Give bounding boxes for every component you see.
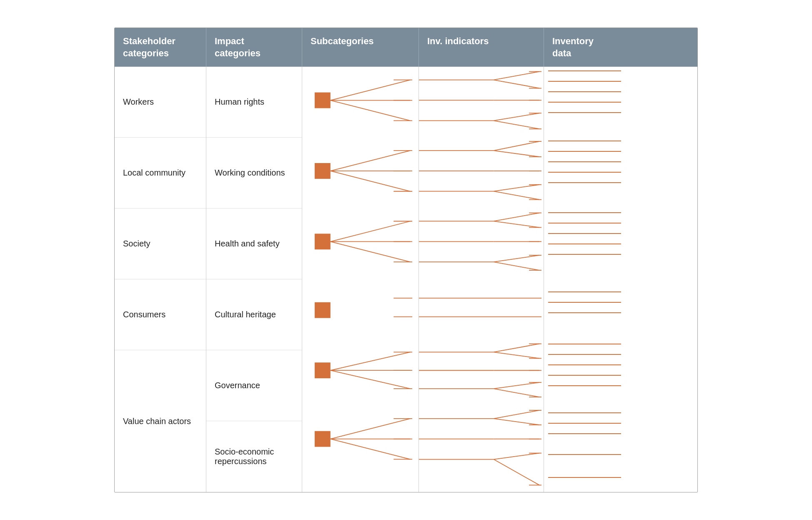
col-impact: Human rights Working conditions Health a… (206, 67, 302, 492)
ind-fan5b (494, 352, 539, 359)
col-stakeholder: Workers Local community Society Consumer… (115, 67, 206, 492)
ind-fan5a (494, 344, 539, 352)
header-indicators: Inv. indicators (419, 28, 544, 67)
subcategories-svg (302, 67, 419, 492)
header-subcategories: Subcategories (302, 28, 419, 67)
sub-rect-3 (315, 234, 331, 249)
sub-line-5c (331, 370, 410, 389)
ind-fan6a (494, 410, 539, 419)
inventory-svg (544, 67, 627, 492)
sub-line-1a (331, 80, 410, 100)
stakeholder-local-community: Local community (115, 138, 206, 209)
impact-health-safety: Health and safety (206, 209, 302, 279)
impact-cultural-heritage: Cultural heritage (206, 279, 302, 350)
table-body: Workers Local community Society Consumer… (115, 67, 697, 492)
stakeholder-society: Society (115, 209, 206, 279)
header-inventory: Inventorydata (544, 28, 627, 67)
sub-rect-1 (315, 93, 331, 108)
sub-line-6c (331, 439, 410, 460)
impact-human-rights: Human rights (206, 67, 302, 138)
ind-fan1e (494, 121, 539, 129)
sub-rect-4 (315, 302, 331, 318)
stakeholder-value-chain: Value chain actors (115, 350, 206, 492)
ind-fan5e (494, 389, 539, 397)
sub-line-2c (331, 171, 410, 191)
impact-working-conditions: Working conditions (206, 138, 302, 209)
sub-rect-5 (315, 362, 331, 378)
ind-fan2a (494, 141, 539, 151)
ind-fan3d (494, 255, 539, 262)
ind-fan2e (494, 191, 539, 200)
ind-fan3a (494, 213, 539, 221)
ind-fan6d (494, 453, 539, 460)
indicators-svg (419, 67, 544, 492)
header-impact: Impactcategories (206, 28, 302, 67)
ind-fan3b (494, 221, 539, 228)
impact-socioeconomic: Socio-economicrepercussions (206, 421, 302, 492)
ind-fan1b (494, 80, 539, 88)
main-table: Stakeholdercategories Impactcategories S… (114, 28, 698, 492)
ind-fan6b (494, 419, 539, 425)
col-inventory (544, 67, 627, 492)
stakeholder-consumers: Consumers (115, 279, 206, 350)
sub-line-3c (331, 241, 410, 262)
sub-line-6a (331, 419, 410, 439)
sub-rect-2 (315, 163, 331, 179)
ind-fan3e (494, 262, 539, 270)
ind-fan1a (494, 72, 539, 80)
ind-fan2d (494, 185, 539, 191)
col-subcategories (302, 67, 419, 492)
col-indicators (419, 67, 544, 492)
impact-governance: Governance (206, 350, 302, 421)
ind-fan1d (494, 113, 539, 121)
header-stakeholder: Stakeholdercategories (115, 28, 206, 67)
ind-fan6e (494, 460, 539, 485)
table-header: Stakeholdercategories Impactcategories S… (115, 28, 697, 67)
sub-line-2a (331, 151, 410, 171)
ind-fan2b (494, 151, 539, 157)
sub-line-3a (331, 221, 410, 242)
sub-rect-6 (315, 431, 331, 447)
ind-fan5d (494, 382, 539, 389)
stakeholder-workers: Workers (115, 67, 206, 138)
sub-line-1c (331, 100, 410, 121)
sub-line-5a (331, 352, 410, 370)
